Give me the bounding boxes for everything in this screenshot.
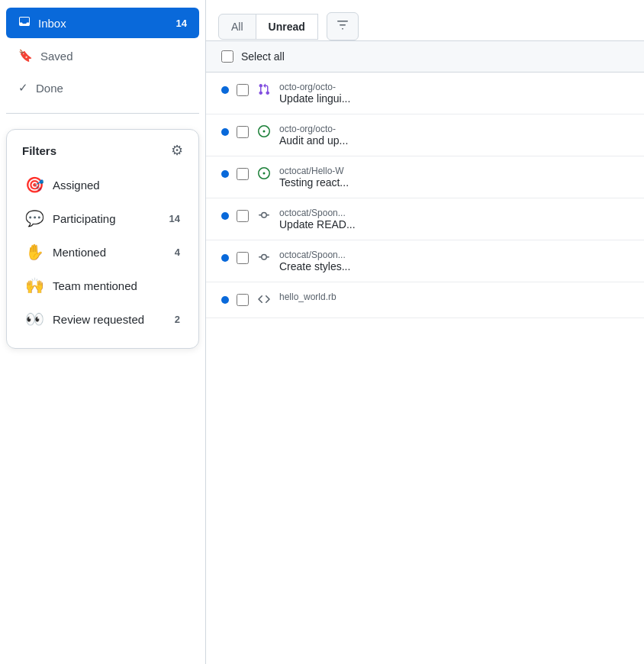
commit-icon (256, 251, 272, 266)
assigned-emoji: 🎯 (25, 176, 43, 194)
issue-icon (256, 167, 272, 182)
tab-all[interactable]: All (218, 14, 256, 40)
notification-repo: octocat/Hello-W (279, 166, 629, 176)
notification-title: Update lingui... (279, 92, 629, 105)
notification-content: octocat/Hello-W Testing react... (279, 166, 629, 189)
notification-content: octocat/Spoon... Update READ... (279, 208, 629, 230)
select-all-checkbox[interactable] (221, 50, 233, 63)
sidebar-item-inbox-badge: 14 (176, 18, 187, 29)
notification-checkbox[interactable] (237, 294, 249, 306)
unread-dot (221, 254, 229, 262)
sidebar-item-saved[interactable]: 🔖 Saved (6, 41, 199, 70)
filters-panel: Filters ⚙ 🎯 Assigned 💬 Participating 14 … (6, 129, 199, 349)
bookmark-icon: 🔖 (18, 49, 33, 63)
filters-gear-icon[interactable]: ⚙ (171, 142, 183, 159)
notification-item[interactable]: octo-org/octo- Update lingui... (206, 73, 644, 114)
mentioned-emoji: ✋ (25, 243, 43, 261)
notification-content: octo-org/octo- Audit and up... (279, 124, 629, 147)
participating-emoji: 💬 (25, 209, 43, 227)
unread-dot (221, 212, 229, 220)
notification-checkbox[interactable] (237, 210, 249, 222)
team-mentioned-emoji: 🙌 (25, 276, 43, 295)
review-requested-label: Review requested (53, 313, 166, 326)
filter-item-team-mentioned[interactable]: 🙌 Team mentioned (22, 269, 183, 302)
filter-item-participating[interactable]: 💬 Participating 14 (22, 201, 183, 235)
code-icon (256, 293, 272, 308)
sidebar-item-inbox-label: Inbox (38, 17, 66, 30)
check-icon: ✓ (18, 81, 28, 95)
commit-icon (256, 209, 272, 224)
unread-dot (221, 296, 229, 304)
sidebar-item-done[interactable]: ✓ Done (6, 73, 199, 102)
sidebar-item-done-label: Done (36, 82, 63, 95)
select-all-label: Select all (241, 50, 285, 63)
notification-checkbox[interactable] (237, 252, 249, 264)
notifications-list: octo-org/octo- Update lingui... octo-org… (206, 73, 644, 664)
notification-repo: octo-org/octo- (279, 82, 629, 92)
tab-filter-button[interactable] (327, 12, 359, 40)
issue-icon (256, 125, 272, 140)
filters-title: Filters (22, 144, 56, 157)
sidebar-item-saved-label: Saved (40, 50, 73, 63)
review-requested-count: 2 (175, 314, 180, 325)
notification-item[interactable]: octocat/Spoon... Create styles... (206, 240, 644, 282)
notification-checkbox[interactable] (237, 126, 249, 138)
notification-repo: octocat/Spoon... (279, 250, 629, 260)
notification-item[interactable]: octocat/Spoon... Update READ... (206, 198, 644, 240)
participating-count: 14 (169, 213, 180, 224)
filter-item-assigned[interactable]: 🎯 Assigned (22, 168, 183, 201)
notification-checkbox[interactable] (237, 168, 249, 180)
sidebar-item-inbox[interactable]: Inbox 14 (6, 8, 199, 38)
notification-title: Create styles... (279, 260, 629, 272)
notification-title: Update READ... (279, 218, 629, 230)
filter-item-review-requested[interactable]: 👀 Review requested 2 (22, 302, 183, 336)
tabs-bar: All Unread (206, 0, 644, 41)
unread-dot (221, 170, 229, 178)
filters-header: Filters ⚙ (22, 142, 183, 159)
participating-label: Participating (53, 212, 160, 225)
notification-item[interactable]: hello_world.rb (206, 282, 644, 318)
notification-item[interactable]: octocat/Hello-W Testing react... (206, 156, 644, 198)
team-mentioned-label: Team mentioned (53, 279, 171, 292)
inbox-icon (18, 15, 31, 31)
sidebar-divider (6, 113, 199, 114)
notification-title: Audit and up... (279, 134, 629, 147)
notification-content: octo-org/octo- Update lingui... (279, 82, 629, 105)
tab-unread[interactable]: Unread (256, 14, 318, 40)
notification-checkbox[interactable] (237, 84, 249, 96)
notification-content: hello_world.rb (279, 292, 629, 302)
unread-dot (221, 86, 229, 94)
mentioned-count: 4 (175, 247, 180, 258)
sidebar: Inbox 14 🔖 Saved ✓ Done Filters ⚙ 🎯 Assi… (0, 0, 206, 664)
select-all-row: Select all (206, 41, 644, 73)
notification-content: octocat/Spoon... Create styles... (279, 250, 629, 272)
assigned-label: Assigned (53, 179, 171, 192)
notification-repo: hello_world.rb (279, 292, 629, 302)
main-panel: All Unread Select all octo-org/octo- Upd… (206, 0, 644, 664)
notification-title: Testing react... (279, 176, 629, 189)
notification-repo: octo-org/octo- (279, 124, 629, 134)
filter-item-mentioned[interactable]: ✋ Mentioned 4 (22, 235, 183, 269)
notification-item[interactable]: octo-org/octo- Audit and up... (206, 114, 644, 156)
mentioned-label: Mentioned (53, 246, 166, 259)
review-requested-emoji: 👀 (25, 310, 43, 328)
unread-dot (221, 128, 229, 136)
notification-repo: octocat/Spoon... (279, 208, 629, 218)
pr-icon (256, 83, 272, 98)
